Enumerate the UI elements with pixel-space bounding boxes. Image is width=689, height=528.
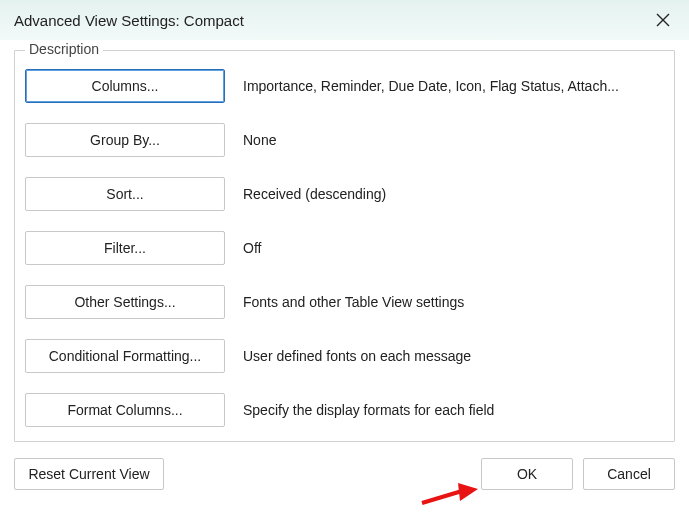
row-format-columns: Format Columns... Specify the display fo… xyxy=(25,393,664,427)
conditional-formatting-desc: User defined fonts on each message xyxy=(243,348,664,364)
titlebar: Advanced View Settings: Compact xyxy=(0,0,689,40)
other-settings-desc: Fonts and other Table View settings xyxy=(243,294,664,310)
format-columns-desc: Specify the display formats for each fie… xyxy=(243,402,664,418)
other-settings-button[interactable]: Other Settings... xyxy=(25,285,225,319)
footer-right: OK Cancel xyxy=(481,458,675,490)
format-columns-button[interactable]: Format Columns... xyxy=(25,393,225,427)
row-conditional-formatting: Conditional Formatting... User defined f… xyxy=(25,339,664,373)
row-columns: Columns... Importance, Reminder, Due Dat… xyxy=(25,69,664,103)
close-button[interactable] xyxy=(649,6,677,34)
ok-button[interactable]: OK xyxy=(481,458,573,490)
conditional-formatting-button[interactable]: Conditional Formatting... xyxy=(25,339,225,373)
sort-button[interactable]: Sort... xyxy=(25,177,225,211)
row-sort: Sort... Received (descending) xyxy=(25,177,664,211)
dialog-content: Description Columns... Importance, Remin… xyxy=(0,40,689,502)
row-other-settings: Other Settings... Fonts and other Table … xyxy=(25,285,664,319)
groupby-desc: None xyxy=(243,132,664,148)
cancel-button[interactable]: Cancel xyxy=(583,458,675,490)
close-icon xyxy=(656,13,670,27)
group-legend: Description xyxy=(25,41,103,57)
columns-button[interactable]: Columns... xyxy=(25,69,225,103)
filter-desc: Off xyxy=(243,240,664,256)
footer-left: Reset Current View xyxy=(14,458,164,490)
filter-button[interactable]: Filter... xyxy=(25,231,225,265)
row-filter: Filter... Off xyxy=(25,231,664,265)
row-groupby: Group By... None xyxy=(25,123,664,157)
reset-view-button[interactable]: Reset Current View xyxy=(14,458,164,490)
dialog-footer: Reset Current View OK Cancel xyxy=(14,458,675,490)
dialog-title: Advanced View Settings: Compact xyxy=(14,12,244,29)
description-group: Description Columns... Importance, Remin… xyxy=(14,50,675,442)
columns-desc: Importance, Reminder, Due Date, Icon, Fl… xyxy=(243,78,664,94)
groupby-button[interactable]: Group By... xyxy=(25,123,225,157)
sort-desc: Received (descending) xyxy=(243,186,664,202)
